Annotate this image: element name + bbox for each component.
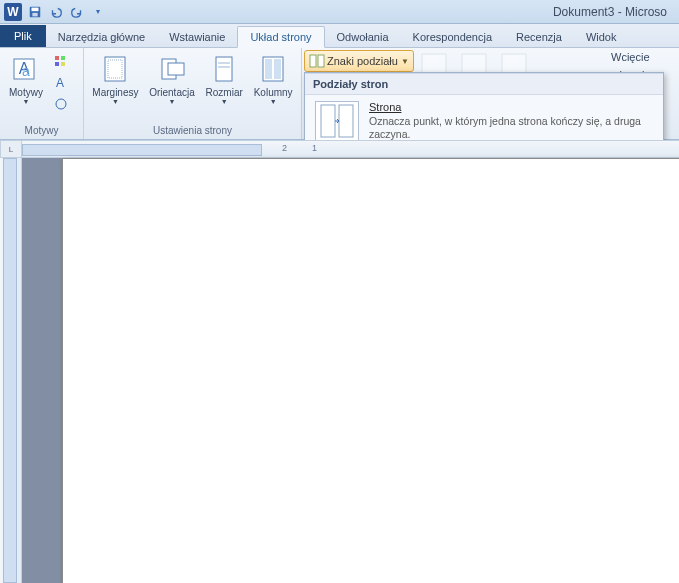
columns-button[interactable]: Kolumny ▼	[249, 50, 297, 108]
margins-button[interactable]: Marginesy ▼	[88, 50, 143, 108]
orientation-icon	[156, 53, 188, 85]
theme-colors-button[interactable]	[50, 52, 72, 72]
chevron-down-icon: ▼	[270, 98, 277, 105]
chevron-down-icon: ▼	[401, 57, 409, 66]
svg-rect-2	[32, 12, 37, 16]
svg-rect-16	[216, 57, 232, 81]
breaks-button[interactable]: Znaki podziału ▼	[304, 50, 414, 72]
redo-button[interactable]	[68, 3, 86, 21]
undo-button[interactable]	[47, 3, 65, 21]
orientation-label: Orientacja	[149, 87, 195, 98]
title-bar: W ▾ Dokument3 - Microso	[0, 0, 679, 24]
group-page-setup: Marginesy ▼ Orientacja ▼ Rozmiar ▼ Kolum…	[84, 48, 302, 139]
save-button[interactable]	[26, 3, 44, 21]
word-app-icon: W	[4, 3, 22, 21]
tab-review[interactable]: Recenzja	[504, 27, 574, 47]
svg-rect-8	[55, 62, 59, 66]
svg-text:a: a	[22, 63, 30, 79]
qat-customize-button[interactable]: ▾	[89, 3, 107, 21]
document-area[interactable]	[22, 158, 679, 583]
tab-insert[interactable]: Wstawianie	[157, 27, 237, 47]
chevron-down-icon: ▼	[168, 98, 175, 105]
breaks-label: Znaki podziału	[327, 55, 398, 67]
margins-label: Marginesy	[92, 87, 138, 98]
svg-rect-6	[55, 56, 59, 60]
menu-item-title: Strona	[369, 101, 653, 113]
orientation-button[interactable]: Orientacja ▼	[145, 50, 199, 108]
breaks-dropdown-origin: Znaki podziału ▼ Podziały stron StronaOz…	[304, 48, 414, 72]
size-button[interactable]: Rozmiar ▼	[201, 50, 247, 108]
window-title: Dokument3 - Microso	[107, 5, 675, 19]
size-label: Rozmiar	[206, 87, 243, 98]
tab-page-layout[interactable]: Układ strony	[237, 26, 324, 48]
svg-rect-25	[310, 55, 316, 67]
indent-heading: Wcięcie	[611, 51, 675, 63]
ribbon-tabs: Plik Narzędzia główne Wstawianie Układ s…	[0, 24, 679, 48]
svg-rect-1	[32, 7, 39, 11]
columns-icon	[257, 53, 289, 85]
svg-rect-20	[265, 59, 272, 79]
themes-icon: Aa	[10, 53, 42, 85]
tab-mailings[interactable]: Korespondencja	[401, 27, 505, 47]
themes-label: Motywy	[9, 87, 43, 98]
group-page-setup-label: Ustawienia strony	[88, 123, 297, 139]
chevron-down-icon: ▼	[221, 98, 228, 105]
group-themes: Aa Motywy ▼ A Motywy	[0, 48, 84, 139]
chevron-down-icon: ▼	[22, 98, 29, 105]
svg-rect-15	[168, 63, 184, 75]
ruler-corner[interactable]: L	[0, 140, 22, 158]
columns-label: Kolumny	[254, 87, 293, 98]
ruler-mark: 1	[312, 143, 317, 153]
tab-view[interactable]: Widok	[574, 27, 629, 47]
tab-references[interactable]: Odwołania	[325, 27, 401, 47]
svg-rect-9	[61, 62, 65, 66]
horizontal-ruler[interactable]: 2 1	[22, 140, 679, 158]
svg-rect-7	[61, 56, 65, 60]
theme-effects-button[interactable]	[50, 94, 72, 114]
vertical-ruler[interactable]	[0, 158, 22, 583]
group-themes-label: Motywy	[4, 123, 79, 139]
svg-rect-21	[274, 59, 281, 79]
ribbon: Aa Motywy ▼ A Motywy Marginesy ▼ Orienta…	[0, 48, 679, 140]
size-icon	[208, 53, 240, 85]
svg-rect-28	[339, 105, 353, 137]
svg-rect-27	[321, 105, 335, 137]
menu-section-page-breaks: Podziały stron	[305, 73, 663, 95]
tab-file[interactable]: Plik	[0, 25, 46, 47]
svg-point-11	[56, 99, 66, 109]
breaks-icon	[309, 53, 325, 69]
menu-item-desc: Oznacza punkt, w którym jedna strona koń…	[369, 115, 653, 141]
svg-rect-26	[318, 55, 324, 67]
svg-text:A: A	[56, 76, 64, 90]
themes-button[interactable]: Aa Motywy ▼	[4, 50, 48, 108]
ruler-mark: 2	[282, 143, 287, 153]
chevron-down-icon: ▼	[112, 98, 119, 105]
document-page[interactable]	[62, 158, 679, 583]
quick-access-toolbar: ▾	[26, 3, 107, 21]
page-break-icon	[315, 101, 359, 141]
theme-fonts-button[interactable]: A	[50, 73, 72, 93]
tab-home[interactable]: Narzędzia główne	[46, 27, 157, 47]
margins-icon	[99, 53, 131, 85]
